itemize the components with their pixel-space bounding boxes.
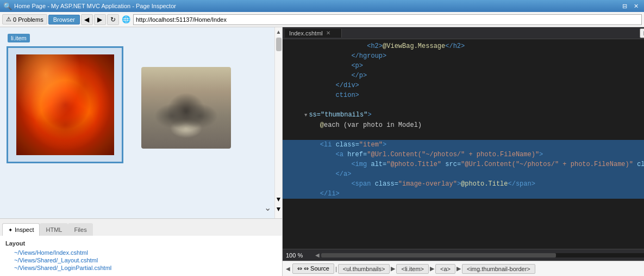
layout-link-1[interactable]: ~/Views/Shared/_Layout.cshtml [5,256,277,264]
refresh-button[interactable]: ↻ [107,14,119,25]
code-line-1: <h2>@ViewBag.Message</h2> [283,41,644,51]
editor-tab-close-btn[interactable]: ✕ [326,30,330,36]
layout-title: Layout [5,240,277,247]
source-scroll-left[interactable]: ◀ [285,266,291,272]
scroll-thumb [276,38,282,51]
problems-count: 0 Problems [13,16,43,23]
warning-icon: ⚠ [6,16,11,23]
tab-files-label: Files [74,226,86,233]
title-bar: 🔍 Home Page - My ASP.NET MVC Application… [0,0,644,12]
breadcrumb-img[interactable]: <img.thumbnail-border> [462,264,535,274]
breadcrumb-sep-0: | [335,266,337,272]
close-button[interactable]: ✕ [632,2,641,10]
forward-button[interactable]: ▶ [94,14,106,25]
browser-viewport: li.item ▲ ▼ ▼ ⌄ [0,27,282,218]
tab-files[interactable]: Files [68,223,92,236]
left-panel: li.item ▲ ▼ ▼ ⌄ ✦ [0,27,283,276]
source-btn-label: ⇔ Source [304,265,329,272]
editor-pin-button[interactable]: ⊟ [640,28,644,38]
source-icon: ⇔ [297,265,302,272]
code-line-10 [283,130,644,140]
code-line-13: <img alt="@photo.Title" src="@Url.Conten… [283,160,644,169]
editor-tab-label: Index.cshtml [289,30,323,36]
code-line-3: <p> [283,61,644,71]
code-line-16: </li> [283,189,644,199]
zoom-level: 100 % [286,252,313,259]
breadcrumb-a[interactable]: <a> [435,264,455,274]
code-line-15: <span class="image-overlay">@photo.Title… [283,179,644,189]
tab-html[interactable]: HTML [40,223,68,236]
code-line-2: </hgroup> [283,51,644,61]
code-line-9: @each (var photo in Model) [283,120,644,130]
source-button[interactable]: ⇔ ⇔ Source [292,263,334,274]
back-button[interactable]: ◀ [81,14,93,25]
viewport-scrollbar[interactable]: ▲ ▼ ▼ [274,27,282,218]
code-line-4: </p> [283,71,644,81]
right-panel: Index.cshtml ✕ ⊟ ✕ <h2>@ViewBag.Message<… [283,27,644,276]
pin-button[interactable]: ⊟ [620,2,629,10]
editor-tab-bar: Index.cshtml ✕ ⊟ ✕ [283,27,644,39]
element-tooltip: li.item [8,34,30,42]
h-scrollbar-thumb [321,253,556,257]
code-line-6: ction> [283,90,644,100]
scroll-up-arrow[interactable]: ▲ [274,27,282,36]
code-line-14: </a> [283,169,644,179]
breadcrumb-li[interactable]: <li.item> [396,264,429,274]
code-line-12: <a href="@Url.Content("~/photos/" + phot… [283,150,644,160]
source-bar: ◀ ⇔ ⇔ Source | <ul.thumbnails> ▶ <li.ite… [283,261,644,276]
flower-image [16,54,114,155]
main-content: li.item ▲ ▼ ▼ ⌄ ✦ [0,27,644,276]
h-scrollbar-track[interactable] [321,253,644,257]
address-icon: 🌐 [120,15,132,23]
code-editor[interactable]: <h2>@ViewBag.Message</h2> </hgroup> <p> … [283,39,644,249]
breadcrumb-ul[interactable]: <ul.thumbnails> [338,264,390,274]
app-icon: 🔍 [3,2,12,10]
scroll-down-arrow[interactable]: ▼ [276,195,282,203]
inspect-icon: ✦ [8,227,12,233]
code-line-11: <li class="item"> [283,140,644,150]
second-photo-item[interactable] [136,63,236,152]
toolbar: ⚠ 0 Problems Browser ◀ ▶ ↻ 🌐 [0,12,644,27]
koala-image [141,67,231,149]
breadcrumb-sep-3: ▶ [457,265,461,272]
code-line-8: ▼ss="thumbnails"> [283,110,644,120]
problems-button[interactable]: ⚠ 0 Problems [2,14,47,24]
code-line-7 [283,100,644,110]
scroll-bottom-arrow[interactable]: ▼ [276,205,282,213]
address-input[interactable] [133,14,642,25]
layout-panel: Layout ~/Views/Home/Index.cshtml ~/Views… [0,236,282,276]
title-bar-text: Home Page - My ASP.NET MVC Application -… [14,3,176,9]
breadcrumb-sep-1: ▶ [391,265,395,272]
editor-tab-index[interactable]: Index.cshtml ✕ [285,29,342,38]
expand-icon[interactable]: ⌄ [264,203,271,213]
tab-inspect-label: Inspect [15,226,34,233]
layout-link-0[interactable]: ~/Views/Home/Index.cshtml [5,249,277,256]
layout-link-2[interactable]: ~/Views/Shared/_LoginPartial.cshtml [5,264,277,272]
status-bar: 100 % ◀ ▶ [283,249,644,261]
tab-inspect[interactable]: ✦ Inspect [2,223,40,236]
breadcrumb-sep-2: ▶ [430,265,434,272]
tab-html-label: HTML [46,226,62,233]
browser-button[interactable]: Browser [48,15,80,24]
code-line-5: </div> [283,81,644,90]
bottom-tabs: ✦ Inspect HTML Files [0,218,282,236]
selected-photo-item[interactable] [7,46,123,163]
h-scroll-left-btn[interactable]: ◀ [315,252,320,258]
